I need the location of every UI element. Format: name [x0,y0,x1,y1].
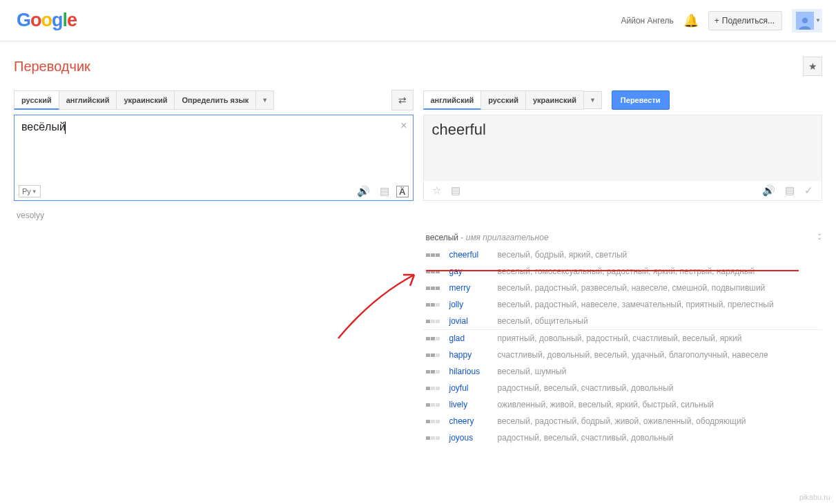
frequency-indicator [426,287,443,290]
expand-button[interactable]: ⌄⌄ [817,231,821,240]
target-lang-tab[interactable]: английский [423,90,482,110]
dictionary-meanings: оживленный, живой, веселый, яркий, быстр… [498,400,820,409]
speech-icon[interactable]: ▤ [377,185,392,197]
dictionary-word[interactable]: hilarious [449,367,498,376]
translation-text: cheerful [432,121,814,139]
target-lang-row: английскийрусскийукраинский ▼ Перевести [423,90,823,110]
star-bookmark-icon: ★ [808,61,817,72]
dictionary-panel: ⌄⌄ веселый - имя прилагательное cheerful… [423,229,823,446]
dictionary-word[interactable]: gay [449,266,498,276]
star-icon[interactable]: ☆ [429,184,444,197]
swap-languages-button[interactable]: ⇄ [391,90,414,110]
frequency-indicator [426,436,443,440]
svg-point-0 [802,17,808,23]
frequency-indicator [426,303,443,307]
listen-icon[interactable]: 🔊 [354,185,373,197]
dictionary-meanings: счастливый, довольный, веселый, удачный,… [498,350,820,360]
dictionary-row: hilariousвеселый, шумный [423,363,823,380]
frequency-indicator [426,337,443,340]
dictionary-row: joyousрадостный, веселый, счастливый, до… [423,429,823,446]
listen-target-icon[interactable]: 🔊 [759,184,778,197]
share-button[interactable]: + Поделиться... [708,11,782,30]
dictionary-meanings: веселый, радостный, развеселый, навеселе… [498,283,820,293]
check-icon[interactable]: ✓ [801,184,816,197]
frequency-indicator [426,253,443,257]
dictionary-meanings: веселый, общительный [498,316,820,326]
app-title: Переводчик [14,59,90,75]
dictionary-word[interactable]: cheery [449,416,498,426]
source-lang-row: русскийанглийскийукраинский Определить я… [14,90,414,110]
target-text-box: cheerful ☆ ▤ 🔊 ▤ ✓ [423,115,823,201]
source-lang-tab[interactable]: английский [59,90,117,110]
dictionary-row: cheerfulвеселый, бодрый, яркий, светлый [423,246,823,263]
avatar-icon [796,12,814,30]
dictionary-meanings: веселый, радостный, бодрый, живой, оживл… [498,416,820,426]
dictionary-row: cheeryвеселый, радостный, бодрый, живой,… [423,413,823,429]
keyboard-button[interactable]: Ру ▼ [19,185,41,197]
phrasebook-button[interactable]: ★ [803,57,822,76]
target-lang-tab[interactable]: украинский [525,90,584,110]
dictionary-row: jollyвеселый, радостный, навеселе, замеч… [423,296,823,313]
translate-button[interactable]: Перевести [612,90,670,110]
frequency-indicator [426,370,443,374]
dictionary-heading: веселый - имя прилагательное [423,229,823,246]
google-logo[interactable]: Google [17,10,77,31]
dictionary-word[interactable]: cheerful [449,250,498,260]
select-all-icon[interactable]: ▤ [448,184,463,197]
source-lang-tab[interactable]: русский [14,90,59,110]
dictionary-meanings: приятный, довольный, радостный, счастлив… [498,333,820,343]
account-menu[interactable]: ▼ [792,9,822,32]
dictionary-word[interactable]: jovial [449,316,498,326]
source-lang-tab[interactable]: украинский [116,90,175,110]
dictionary-meanings: веселый, гомосексуальный, радостный, ярк… [498,266,820,276]
chevron-down-icon: ▼ [815,17,821,23]
dictionary-meanings: радостный, веселый, счастливый, довольны… [498,383,820,393]
dictionary-row: gayвеселый, гомосексуальный, радостный, … [423,263,823,280]
dictionary-word[interactable]: joyous [449,433,498,443]
source-text-box[interactable]: весёлый × Ру ▼ 🔊 ▤ Ä [14,115,414,201]
dictionary-row: merryвеселый, радостный, развеселый, нав… [423,280,823,296]
chevron-down-icon: ▼ [32,188,37,195]
dictionary-row: gladприятный, довольный, радостный, счас… [423,329,823,347]
source-lang-dropdown[interactable]: ▼ [255,90,274,110]
source-text: весёлый [21,121,66,133]
dictionary-meanings: радостный, веселый, счастливый, довольны… [498,433,820,443]
target-lang-dropdown[interactable]: ▼ [583,91,602,109]
dictionary-row: jovialвеселый, общительный [423,313,823,329]
dictionary-word[interactable]: merry [449,283,498,293]
username[interactable]: Аййон Ангель [621,16,673,26]
plus-icon: + [715,16,719,26]
virtual-keyboard-icon[interactable]: Ä [396,186,408,197]
detect-language-button[interactable]: Определить язык [174,90,256,110]
dictionary-row: livelyоживленный, живой, веселый, яркий,… [423,396,823,413]
dictionary-word[interactable]: happy [449,350,498,360]
dictionary-meanings: веселый, шумный [498,367,820,376]
frequency-indicator [426,353,443,357]
transliteration: vesolyy [14,211,414,220]
dictionary-meanings: веселый, бодрый, яркий, светлый [498,250,820,260]
frequency-indicator [426,403,443,407]
dictionary-meanings: веселый, радостный, навеселе, замечатель… [498,300,820,309]
swap-icon: ⇄ [398,95,407,106]
notifications-icon[interactable]: 🔔 [683,13,699,28]
annotation-underline [426,270,799,271]
dictionary-word[interactable]: glad [449,333,498,343]
dictionary-word[interactable]: lively [449,400,498,409]
frequency-indicator [426,320,443,323]
copy-icon[interactable]: ▤ [782,184,797,197]
dictionary-word[interactable]: jolly [449,300,498,309]
target-lang-tab[interactable]: русский [480,90,526,110]
dictionary-word[interactable]: joyful [449,383,498,393]
dictionary-row: happyсчастливый, довольный, веселый, уда… [423,347,823,363]
frequency-indicator [426,420,443,423]
dictionary-row: joyfulрадостный, веселый, счастливый, до… [423,380,823,396]
frequency-indicator [426,387,443,390]
clear-button[interactable]: × [400,119,407,132]
